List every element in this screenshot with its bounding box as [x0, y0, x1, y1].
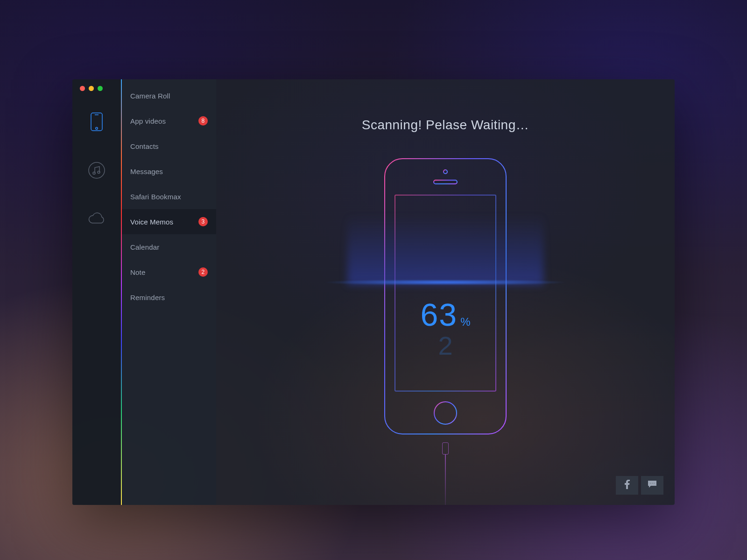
scan-percent-value: 63 — [421, 297, 458, 332]
category-item-calendar[interactable]: Calendar — [121, 234, 216, 259]
svg-point-14 — [650, 483, 651, 484]
category-item-note[interactable]: Note 2 — [121, 259, 216, 285]
category-label: Reminders — [130, 294, 165, 301]
category-label: Contacts — [130, 142, 159, 150]
svg-point-9 — [444, 170, 447, 174]
category-label: App videos — [130, 117, 166, 125]
nav-rail — [72, 79, 121, 505]
svg-rect-0 — [91, 113, 102, 131]
close-window-button[interactable] — [80, 86, 85, 91]
rail-item-music[interactable] — [86, 161, 107, 182]
share-facebook-button[interactable] — [616, 476, 638, 495]
category-accent-stripe — [121, 79, 122, 505]
svg-point-8 — [434, 402, 457, 424]
category-item-messages[interactable]: Messages — [121, 159, 216, 184]
category-item-camera-roll[interactable]: Camera Roll — [121, 83, 216, 108]
main-content: Scanning! Pelase Waiting… — [216, 79, 675, 505]
category-label: Voice Memos — [130, 218, 173, 226]
window-traffic-lights — [80, 86, 103, 91]
chat-button[interactable] — [641, 476, 663, 495]
music-icon — [87, 161, 106, 182]
app-window: Camera Roll App videos 8 Contacts Messag… — [72, 79, 675, 505]
cable-icon — [443, 442, 448, 505]
category-label: Note — [130, 268, 146, 276]
category-list: Camera Roll App videos 8 Contacts Messag… — [121, 79, 216, 505]
footer-actions — [616, 476, 663, 495]
svg-rect-10 — [434, 180, 457, 184]
category-label: Camera Roll — [130, 92, 170, 100]
minimize-window-button[interactable] — [89, 86, 94, 91]
device-illustration: 63% 2 — [375, 154, 515, 505]
phone-icon — [90, 112, 103, 133]
facebook-icon — [624, 480, 630, 491]
category-label: Messages — [130, 168, 163, 175]
category-item-reminders[interactable]: Reminders — [121, 285, 216, 310]
category-label: Safari Bookmax — [130, 193, 181, 201]
chat-icon — [648, 480, 657, 490]
svg-point-1 — [96, 127, 98, 129]
scan-percent-ghost: 2 — [375, 330, 515, 361]
svg-point-16 — [654, 483, 655, 484]
svg-point-5 — [98, 171, 100, 174]
cloud-icon — [86, 212, 107, 228]
category-label: Calendar — [130, 243, 159, 251]
badge-count: 8 — [198, 116, 208, 126]
badge-count: 3 — [198, 217, 208, 226]
scan-percent: 63% — [375, 296, 515, 333]
badge-count: 2 — [198, 267, 208, 277]
category-item-safari-bookmarks[interactable]: Safari Bookmax — [121, 184, 216, 209]
category-item-voice-memos[interactable]: Voice Memos 3 — [121, 209, 216, 234]
svg-point-3 — [89, 162, 105, 178]
category-item-app-videos[interactable]: App videos 8 — [121, 108, 216, 133]
scan-percent-symbol: % — [460, 315, 470, 328]
rail-item-device[interactable] — [86, 112, 107, 133]
svg-point-15 — [652, 483, 653, 484]
svg-point-4 — [93, 172, 95, 175]
category-item-contacts[interactable]: Contacts — [121, 133, 216, 159]
rail-item-cloud[interactable] — [86, 209, 107, 231]
zoom-window-button[interactable] — [98, 86, 103, 91]
svg-rect-7 — [395, 195, 496, 391]
scan-status-text: Scanning! Pelase Waiting… — [216, 118, 675, 133]
